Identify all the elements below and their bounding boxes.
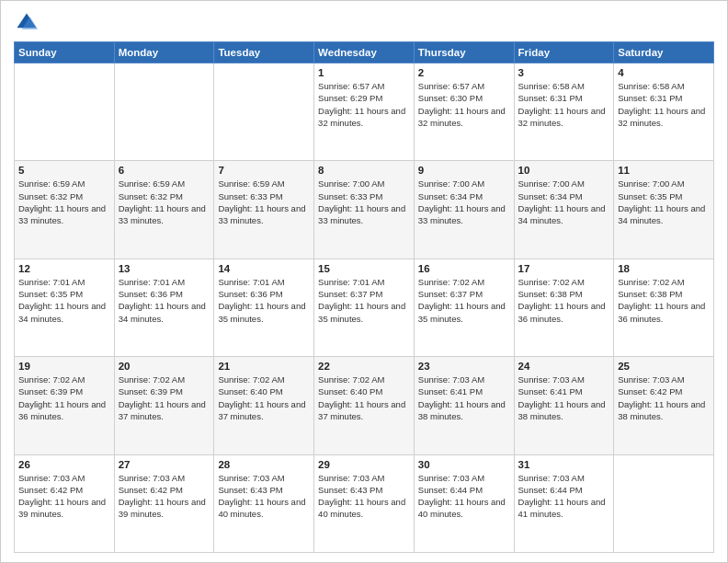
day-cell-15: 15Sunrise: 7:01 AMSunset: 6:37 PMDayligh… [314, 259, 415, 356]
day-number: 7 [218, 165, 310, 176]
day-info: Sunrise: 7:03 AMSunset: 6:42 PMDaylight:… [18, 472, 110, 521]
day-info: Sunrise: 7:03 AMSunset: 6:41 PMDaylight:… [418, 373, 510, 422]
day-number: 23 [418, 361, 510, 372]
day-info: Sunrise: 7:03 AMSunset: 6:44 PMDaylight:… [418, 472, 510, 521]
day-cell-3: 3Sunrise: 6:58 AMSunset: 6:31 PMDaylight… [514, 63, 614, 161]
day-info: Sunrise: 7:03 AMSunset: 6:41 PMDaylight:… [518, 373, 610, 422]
day-info: Sunrise: 6:57 AMSunset: 6:30 PMDaylight:… [418, 80, 510, 129]
day-info: Sunrise: 7:03 AMSunset: 6:43 PMDaylight:… [218, 472, 310, 521]
day-number: 19 [18, 361, 110, 372]
day-cell-25: 25Sunrise: 7:03 AMSunset: 6:42 PMDayligh… [614, 357, 714, 454]
day-cell-12: 12Sunrise: 7:01 AMSunset: 6:35 PMDayligh… [15, 259, 115, 356]
day-cell-9: 9Sunrise: 7:00 AMSunset: 6:34 PMDaylight… [414, 161, 514, 259]
day-number: 17 [518, 263, 610, 274]
day-info: Sunrise: 7:02 AMSunset: 6:39 PMDaylight:… [18, 373, 110, 422]
weekday-header-saturday: Saturday [614, 42, 714, 63]
week-row-4: 19Sunrise: 7:02 AMSunset: 6:39 PMDayligh… [15, 357, 714, 454]
day-info: Sunrise: 7:00 AMSunset: 6:34 PMDaylight:… [418, 178, 510, 226]
weekday-header-tuesday: Tuesday [214, 42, 314, 63]
day-number: 4 [618, 67, 710, 78]
day-info: Sunrise: 6:59 AMSunset: 6:33 PMDaylight:… [218, 178, 310, 226]
day-cell-29: 29Sunrise: 7:03 AMSunset: 6:43 PMDayligh… [314, 454, 415, 552]
day-number: 30 [418, 459, 510, 470]
weekday-header-wednesday: Wednesday [314, 42, 415, 63]
day-cell-5: 5Sunrise: 6:59 AMSunset: 6:32 PMDaylight… [15, 161, 115, 259]
day-number: 2 [418, 67, 510, 78]
day-number: 29 [318, 459, 410, 470]
empty-cell [214, 63, 314, 161]
day-cell-31: 31Sunrise: 7:03 AMSunset: 6:44 PMDayligh… [514, 454, 614, 552]
day-info: Sunrise: 7:02 AMSunset: 6:40 PMDaylight:… [318, 373, 410, 422]
day-info: Sunrise: 7:03 AMSunset: 6:42 PMDaylight:… [618, 373, 710, 422]
day-info: Sunrise: 6:58 AMSunset: 6:31 PMDaylight:… [618, 80, 710, 129]
logo [14, 10, 43, 36]
day-number: 22 [318, 361, 410, 372]
day-number: 14 [218, 263, 310, 274]
day-number: 20 [119, 361, 210, 372]
day-number: 31 [518, 459, 610, 470]
header [14, 10, 714, 36]
day-number: 5 [18, 165, 110, 176]
day-cell-8: 8Sunrise: 7:00 AMSunset: 6:33 PMDaylight… [314, 161, 415, 259]
logo-icon [14, 10, 40, 36]
day-info: Sunrise: 7:01 AMSunset: 6:35 PMDaylight:… [18, 276, 110, 325]
day-number: 21 [218, 361, 310, 372]
day-cell-22: 22Sunrise: 7:02 AMSunset: 6:40 PMDayligh… [314, 357, 415, 454]
day-number: 27 [119, 459, 210, 470]
day-info: Sunrise: 7:00 AMSunset: 6:35 PMDaylight:… [618, 178, 710, 226]
day-number: 13 [119, 263, 210, 274]
page: SundayMondayTuesdayWednesdayThursdayFrid… [0, 0, 728, 563]
day-info: Sunrise: 6:58 AMSunset: 6:31 PMDaylight:… [518, 80, 610, 129]
day-cell-26: 26Sunrise: 7:03 AMSunset: 6:42 PMDayligh… [15, 454, 115, 552]
day-info: Sunrise: 7:02 AMSunset: 6:39 PMDaylight:… [119, 373, 210, 422]
day-cell-20: 20Sunrise: 7:02 AMSunset: 6:39 PMDayligh… [114, 357, 214, 454]
day-cell-21: 21Sunrise: 7:02 AMSunset: 6:40 PMDayligh… [214, 357, 314, 454]
week-row-2: 5Sunrise: 6:59 AMSunset: 6:32 PMDaylight… [15, 161, 714, 259]
weekday-header-thursday: Thursday [414, 42, 514, 63]
day-cell-10: 10Sunrise: 7:00 AMSunset: 6:34 PMDayligh… [514, 161, 614, 259]
day-info: Sunrise: 7:01 AMSunset: 6:37 PMDaylight:… [318, 276, 410, 325]
day-number: 25 [618, 361, 710, 372]
day-info: Sunrise: 7:03 AMSunset: 6:42 PMDaylight:… [119, 472, 210, 521]
day-cell-19: 19Sunrise: 7:02 AMSunset: 6:39 PMDayligh… [15, 357, 115, 454]
week-row-3: 12Sunrise: 7:01 AMSunset: 6:35 PMDayligh… [15, 259, 714, 356]
day-cell-11: 11Sunrise: 7:00 AMSunset: 6:35 PMDayligh… [614, 161, 714, 259]
week-row-5: 26Sunrise: 7:03 AMSunset: 6:42 PMDayligh… [15, 454, 714, 552]
empty-cell [15, 63, 115, 161]
day-info: Sunrise: 7:02 AMSunset: 6:38 PMDaylight:… [518, 276, 610, 325]
day-info: Sunrise: 7:01 AMSunset: 6:36 PMDaylight:… [119, 276, 210, 325]
day-info: Sunrise: 6:59 AMSunset: 6:32 PMDaylight:… [18, 178, 110, 226]
day-number: 9 [418, 165, 510, 176]
weekday-header-row: SundayMondayTuesdayWednesdayThursdayFrid… [15, 42, 714, 63]
day-info: Sunrise: 7:02 AMSunset: 6:40 PMDaylight:… [218, 373, 310, 422]
week-row-1: 1Sunrise: 6:57 AMSunset: 6:29 PMDaylight… [15, 63, 714, 161]
weekday-header-friday: Friday [514, 42, 614, 63]
day-info: Sunrise: 7:03 AMSunset: 6:43 PMDaylight:… [318, 472, 410, 521]
day-cell-6: 6Sunrise: 6:59 AMSunset: 6:32 PMDaylight… [114, 161, 214, 259]
day-cell-23: 23Sunrise: 7:03 AMSunset: 6:41 PMDayligh… [414, 357, 514, 454]
day-number: 3 [518, 67, 610, 78]
day-info: Sunrise: 7:02 AMSunset: 6:38 PMDaylight:… [618, 276, 710, 325]
day-info: Sunrise: 6:57 AMSunset: 6:29 PMDaylight:… [318, 80, 410, 129]
day-cell-2: 2Sunrise: 6:57 AMSunset: 6:30 PMDaylight… [414, 63, 514, 161]
day-number: 18 [618, 263, 710, 274]
day-info: Sunrise: 7:01 AMSunset: 6:36 PMDaylight:… [218, 276, 310, 325]
day-number: 24 [518, 361, 610, 372]
day-cell-17: 17Sunrise: 7:02 AMSunset: 6:38 PMDayligh… [514, 259, 614, 356]
day-cell-18: 18Sunrise: 7:02 AMSunset: 6:38 PMDayligh… [614, 259, 714, 356]
day-cell-24: 24Sunrise: 7:03 AMSunset: 6:41 PMDayligh… [514, 357, 614, 454]
day-cell-28: 28Sunrise: 7:03 AMSunset: 6:43 PMDayligh… [214, 454, 314, 552]
day-number: 26 [18, 459, 110, 470]
day-info: Sunrise: 7:02 AMSunset: 6:37 PMDaylight:… [418, 276, 510, 325]
day-number: 16 [418, 263, 510, 274]
day-info: Sunrise: 7:00 AMSunset: 6:34 PMDaylight:… [518, 178, 610, 226]
empty-cell [114, 63, 214, 161]
day-number: 11 [618, 165, 710, 176]
weekday-header-monday: Monday [114, 42, 214, 63]
day-info: Sunrise: 7:00 AMSunset: 6:33 PMDaylight:… [318, 178, 410, 226]
day-cell-14: 14Sunrise: 7:01 AMSunset: 6:36 PMDayligh… [214, 259, 314, 356]
day-cell-13: 13Sunrise: 7:01 AMSunset: 6:36 PMDayligh… [114, 259, 214, 356]
day-cell-16: 16Sunrise: 7:02 AMSunset: 6:37 PMDayligh… [414, 259, 514, 356]
day-number: 6 [119, 165, 210, 176]
day-cell-30: 30Sunrise: 7:03 AMSunset: 6:44 PMDayligh… [414, 454, 514, 552]
